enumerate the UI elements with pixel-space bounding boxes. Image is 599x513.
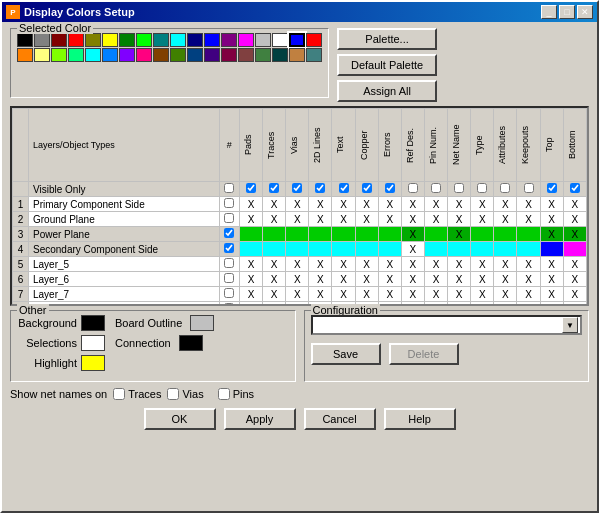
swatch-26[interactable]: [153, 48, 169, 62]
row7-check[interactable]: [219, 287, 239, 302]
vo-top[interactable]: [540, 182, 563, 197]
apply-button[interactable]: Apply: [224, 408, 296, 430]
traces-checkbox[interactable]: [113, 388, 125, 400]
swatch-32[interactable]: [255, 48, 271, 62]
vo-traces[interactable]: [263, 182, 286, 197]
th-bottom: Bottom: [563, 109, 586, 182]
board-outline-color[interactable]: [190, 315, 214, 331]
table-row: 5 Layer_5 XXXXXXXXXXXXXXX: [13, 257, 587, 272]
swatch-28[interactable]: [187, 48, 203, 62]
swatch-2[interactable]: [51, 33, 67, 47]
row4-num: 4: [13, 242, 29, 257]
swatch-6[interactable]: [119, 33, 135, 47]
swatch-7[interactable]: [136, 33, 152, 47]
vias-label: Vias: [182, 388, 203, 400]
vo-type[interactable]: [471, 182, 494, 197]
swatch-5[interactable]: [102, 33, 118, 47]
swatch-16-selected[interactable]: [289, 33, 305, 47]
swatch-22[interactable]: [85, 48, 101, 62]
vo-netname[interactable]: [448, 182, 471, 197]
swatch-3[interactable]: [68, 33, 84, 47]
minimize-button[interactable]: _: [541, 5, 557, 19]
connection-color[interactable]: [179, 335, 203, 351]
swatch-20[interactable]: [51, 48, 67, 62]
swatch-31[interactable]: [238, 48, 254, 62]
table-wrapper[interactable]: Layers/Object Types # Pads Traces Vias 2…: [12, 108, 587, 304]
th-top: Top: [540, 109, 563, 182]
vo-refdes[interactable]: [401, 182, 424, 197]
table-row: 2 Ground Plane XXXXXXXXXXXXXXX: [13, 212, 587, 227]
vo-pinnum[interactable]: [424, 182, 447, 197]
swatch-15[interactable]: [272, 33, 288, 47]
row5-name: Layer_5: [29, 257, 220, 272]
vo-text[interactable]: [332, 182, 355, 197]
cancel-button[interactable]: Cancel: [304, 408, 376, 430]
vo-attrib[interactable]: [494, 182, 517, 197]
row5-check[interactable]: [219, 257, 239, 272]
row8-name: Layer_8: [29, 302, 220, 305]
config-dropdown[interactable]: ▼: [311, 315, 583, 335]
swatch-23[interactable]: [102, 48, 118, 62]
swatch-25[interactable]: [136, 48, 152, 62]
delete-button[interactable]: Delete: [389, 343, 459, 365]
vo-bottom[interactable]: [563, 182, 586, 197]
swatch-24[interactable]: [119, 48, 135, 62]
swatch-33[interactable]: [272, 48, 288, 62]
dropdown-arrow-icon[interactable]: ▼: [562, 317, 578, 333]
vo-copper[interactable]: [355, 182, 378, 197]
swatch-10[interactable]: [187, 33, 203, 47]
row5-num: 5: [13, 257, 29, 272]
title-bar: P Display Colors Setup _ □ ✕: [2, 2, 597, 22]
vo-2dlines[interactable]: [309, 182, 332, 197]
row8-check[interactable]: [219, 302, 239, 305]
swatch-27[interactable]: [170, 48, 186, 62]
swatch-17[interactable]: [306, 33, 322, 47]
vo-errors[interactable]: [378, 182, 401, 197]
selections-color[interactable]: [81, 335, 105, 351]
swatch-35[interactable]: [306, 48, 322, 62]
swatch-14[interactable]: [255, 33, 271, 47]
swatch-8[interactable]: [153, 33, 169, 47]
default-palette-button[interactable]: Default Palette: [337, 54, 437, 76]
swatch-19[interactable]: [34, 48, 50, 62]
highlight-color[interactable]: [81, 355, 105, 371]
row3-check[interactable]: [219, 227, 239, 242]
table-row: 3 Power Plane X X: [13, 227, 587, 242]
help-button[interactable]: Help: [384, 408, 456, 430]
row4-check[interactable]: [219, 242, 239, 257]
row6-check[interactable]: [219, 272, 239, 287]
background-color[interactable]: [81, 315, 105, 331]
th-copper: Copper: [355, 109, 378, 182]
pins-checkbox[interactable]: [218, 388, 230, 400]
vo-check[interactable]: [219, 182, 239, 197]
swatch-4[interactable]: [85, 33, 101, 47]
swatch-34[interactable]: [289, 48, 305, 62]
row2-check[interactable]: [219, 212, 239, 227]
swatch-30[interactable]: [221, 48, 237, 62]
close-button[interactable]: ✕: [577, 5, 593, 19]
maximize-button[interactable]: □: [559, 5, 575, 19]
main-window: P Display Colors Setup _ □ ✕ Selected Co…: [0, 0, 599, 513]
vo-keepouts[interactable]: [517, 182, 540, 197]
top-section: Selected Color: [10, 28, 589, 102]
swatch-1[interactable]: [34, 33, 50, 47]
vias-checkbox[interactable]: [167, 388, 179, 400]
swatch-0[interactable]: [17, 33, 33, 47]
table-row: 7 Layer_7 XXXXXXXXXXXXXXX: [13, 287, 587, 302]
save-button[interactable]: Save: [311, 343, 381, 365]
vo-vias[interactable]: [286, 182, 309, 197]
palette-button[interactable]: Palette...: [337, 28, 437, 50]
swatch-11[interactable]: [204, 33, 220, 47]
swatch-21[interactable]: [68, 48, 84, 62]
swatch-29[interactable]: [204, 48, 220, 62]
swatch-9[interactable]: [170, 33, 186, 47]
row1-check[interactable]: [219, 197, 239, 212]
swatch-18[interactable]: [17, 48, 33, 62]
vo-pads[interactable]: [239, 182, 262, 197]
assign-all-button[interactable]: Assign All: [337, 80, 437, 102]
swatch-13[interactable]: [238, 33, 254, 47]
ok-button[interactable]: OK: [144, 408, 216, 430]
th-netname: Net Name: [448, 109, 471, 182]
row7-num: 7: [13, 287, 29, 302]
swatch-12[interactable]: [221, 33, 237, 47]
